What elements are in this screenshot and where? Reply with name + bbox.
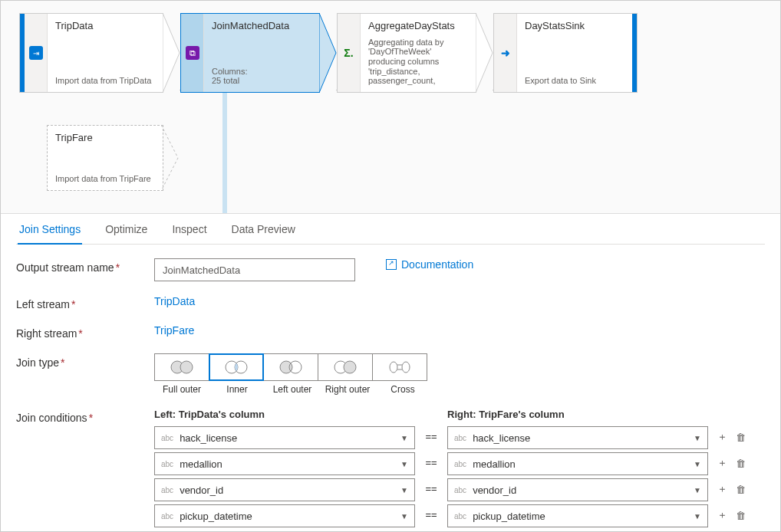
flow-canvas[interactable]: ⇥ TripData Import data from TripData + ⧉…	[1, 1, 780, 214]
chevron-down-icon: ▼	[400, 460, 408, 468]
join-type-labels: Full outer Inner Left outer Right outer …	[154, 384, 430, 395]
left-stream-link[interactable]: TripData	[154, 295, 195, 307]
node-desc: Columns: 25 total	[212, 67, 311, 86]
tab-inspect[interactable]: Inspect	[170, 214, 208, 244]
left-column-header: Left: TripData's column	[154, 409, 415, 420]
svg-point-9	[280, 361, 292, 373]
sink-icon: ➜	[499, 46, 512, 60]
join-type-cross[interactable]	[372, 353, 427, 381]
tab-data-preview[interactable]: Data Preview	[230, 214, 297, 244]
delete-condition-button[interactable]: 🗑	[734, 431, 746, 443]
equals-operator: ==	[425, 504, 437, 527]
join-type-group	[154, 353, 430, 381]
add-condition-button[interactable]: ＋	[716, 483, 728, 495]
chevron-down-icon: ▼	[694, 512, 701, 521]
label-join-conditions: Join conditions*	[16, 409, 154, 424]
documentation-link[interactable]: Documentation	[386, 258, 473, 271]
tab-optimize[interactable]: Optimize	[104, 214, 149, 244]
delete-condition-button[interactable]: 🗑	[734, 509, 746, 521]
tab-join-settings[interactable]: Join Settings	[18, 214, 82, 245]
delete-condition-button[interactable]: 🗑	[734, 457, 746, 469]
left-col-dropdown[interactable]: abchack_license▼	[154, 426, 415, 449]
delete-condition-button[interactable]: 🗑	[734, 483, 746, 495]
node-arrow: +	[320, 13, 337, 93]
node-desc: Import data from TripFare	[55, 174, 155, 184]
svg-point-4	[180, 361, 193, 373]
node-aggregatedaystats[interactable]: Σ. AggregateDayStats Aggregating data by…	[337, 13, 476, 93]
join-icon: ⧉	[186, 46, 199, 60]
svg-point-14	[402, 362, 410, 373]
right-col-dropdown[interactable]: abcvendor_id▼	[447, 478, 708, 501]
node-tripdata[interactable]: ⇥ TripData Import data from TripData	[19, 13, 163, 93]
chevron-down-icon: ▼	[400, 486, 408, 494]
output-stream-input[interactable]	[154, 258, 355, 281]
svg-marker-0	[163, 13, 180, 93]
node-arrow: +	[476, 13, 493, 93]
right-column-header: Right: TripFare's column	[447, 409, 708, 420]
join-type-right-outer[interactable]	[318, 353, 373, 381]
chevron-down-icon: ▼	[400, 512, 408, 521]
label-right-stream: Right stream*	[16, 324, 154, 340]
equals-operator: ==	[425, 478, 437, 501]
left-col-dropdown[interactable]: abcpickup_datetime▼	[154, 504, 415, 527]
node-title: JoinMatchedData	[212, 20, 311, 32]
join-type-inner[interactable]	[209, 353, 264, 381]
chevron-down-icon: ▼	[694, 486, 701, 494]
node-arrow	[162, 125, 179, 191]
node-title: AggregateDayStats	[368, 20, 468, 32]
left-col-dropdown[interactable]: abcmedallion▼	[154, 452, 415, 475]
properties-panel: Join Settings Optimize Inspect Data Prev…	[1, 214, 780, 532]
node-title: TripData	[55, 20, 155, 32]
label-output-stream: Output stream name*	[16, 258, 154, 274]
source-icon: ⇥	[29, 46, 43, 60]
svg-marker-2	[476, 13, 493, 93]
add-condition-button[interactable]: ＋	[716, 457, 728, 469]
node-daystatssink[interactable]: ➜ DayStatsSink Export data to Sink	[493, 13, 638, 93]
add-condition-button[interactable]: ＋	[716, 509, 728, 521]
equals-operator: ==	[425, 425, 437, 448]
join-type-left-outer[interactable]	[263, 353, 318, 381]
node-tripfare[interactable]: TripFare Import data from TripFare	[47, 125, 163, 191]
tabs: Join Settings Optimize Inspect Data Prev…	[16, 214, 765, 245]
right-col-dropdown[interactable]: abchack_license▼	[447, 426, 708, 449]
label-join-type: Join type*	[16, 353, 154, 369]
svg-point-13	[390, 362, 397, 373]
equals-operator: ==	[425, 452, 437, 475]
svg-marker-1	[319, 13, 336, 93]
svg-point-12	[344, 361, 356, 373]
left-col-dropdown[interactable]: abcvendor_id▼	[154, 478, 415, 501]
node-arrow: +	[163, 13, 180, 93]
add-condition-button[interactable]: ＋	[716, 431, 728, 443]
node-title: DayStatsSink	[525, 20, 624, 32]
node-joinmatcheddata[interactable]: ⧉ JoinMatchedData Columns: 25 total	[180, 13, 320, 93]
chevron-down-icon: ▼	[400, 434, 408, 442]
node-desc: Export data to Sink	[525, 76, 624, 86]
node-title: TripFare	[55, 132, 155, 144]
join-type-full-outer[interactable]	[154, 353, 209, 381]
node-accent	[632, 14, 637, 92]
label-left-stream: Left stream*	[16, 295, 154, 310]
aggregate-icon: Σ.	[342, 46, 356, 60]
node-desc: Import data from TripData	[55, 76, 155, 86]
chevron-down-icon: ▼	[694, 460, 701, 468]
right-stream-link[interactable]: TripFare	[154, 324, 194, 337]
external-link-icon	[386, 259, 397, 270]
right-col-dropdown[interactable]: abcpickup_datetime▼	[447, 504, 708, 527]
node-desc: Aggregating data by 'DayOfTheWeek' produ…	[368, 38, 468, 86]
right-col-dropdown[interactable]: abcmedallion▼	[447, 452, 708, 475]
chevron-down-icon: ▼	[694, 434, 701, 442]
